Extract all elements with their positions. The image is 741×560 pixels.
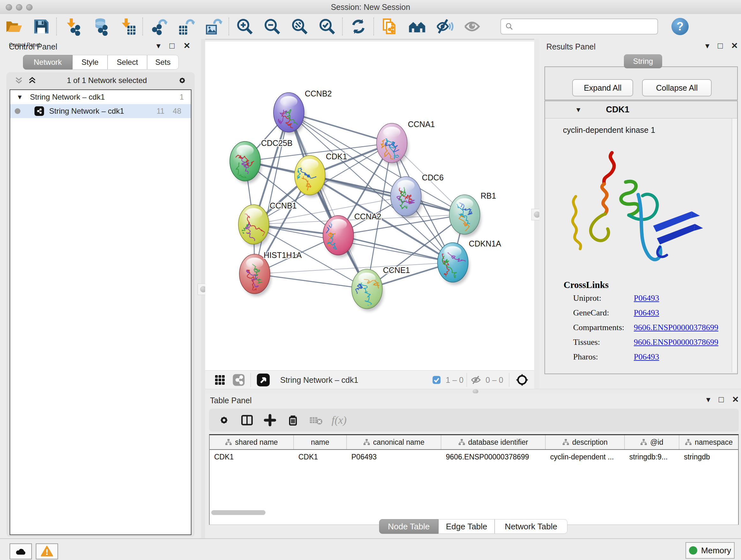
warning-status-button[interactable] <box>36 543 58 559</box>
right-splitter[interactable] <box>534 39 539 389</box>
help-button[interactable]: ? <box>671 18 689 35</box>
node-CCNA2[interactable] <box>323 215 355 258</box>
expander-icon[interactable]: ▼ <box>17 94 23 101</box>
collapse-entry-icon[interactable]: ▼ <box>575 106 582 114</box>
expand-all-icon[interactable] <box>27 76 37 85</box>
open-session-button[interactable] <box>0 15 27 38</box>
float-panel-icon[interactable]: ▾ <box>705 42 710 50</box>
import-table-file-button[interactable] <box>114 15 141 38</box>
results-scrollbar[interactable] <box>732 118 737 372</box>
fit-selected-crosshair-icon[interactable] <box>515 373 529 387</box>
network-collection-row[interactable]: ▼ String Network – cdk1 1 <box>10 90 191 104</box>
show-panels-button[interactable] <box>458 15 486 38</box>
node-CCNE1[interactable] <box>352 269 384 311</box>
crosslink-link[interactable]: P06493 <box>634 352 659 362</box>
table-row[interactable]: CDK1CDK1P064939606.ENSP00000378699cyclin… <box>210 450 738 464</box>
column-header-database-identifier[interactable]: database identifier <box>441 435 546 449</box>
node-CCNA1[interactable] <box>377 123 408 165</box>
selected-checkbox-icon[interactable] <box>432 375 441 385</box>
save-session-button[interactable] <box>27 15 55 38</box>
crosslink-link[interactable]: P06493 <box>634 308 659 318</box>
node-CDC6[interactable] <box>391 177 422 219</box>
home-panel-button[interactable] <box>403 15 431 38</box>
show-columns-button[interactable] <box>240 413 254 428</box>
crosslink-link[interactable]: P06493 <box>634 294 659 303</box>
network-canvas[interactable]: CCNB2CCNA1CDC25BCDK1CDC6RB1CCNB1CCNA2HIS… <box>205 42 534 370</box>
float-panel-icon[interactable]: ▾ <box>706 395 711 403</box>
first-neighbors-button[interactable] <box>345 15 372 38</box>
table-cell[interactable]: P06493 <box>347 450 441 464</box>
tab-sets[interactable]: Sets <box>147 55 179 70</box>
delete-table-button[interactable] <box>309 413 323 428</box>
edge-CCNB2-CCNE1[interactable] <box>289 112 367 289</box>
export-table-button[interactable] <box>172 15 200 38</box>
clone-network-button[interactable] <box>376 15 403 38</box>
export-image-button[interactable] <box>200 15 227 38</box>
tab-select[interactable]: Select <box>108 55 147 70</box>
edge-CCNA2-CDKN1A[interactable] <box>338 235 453 262</box>
add-column-button[interactable] <box>263 413 277 428</box>
edge-HIST1H1A-CCNE1[interactable] <box>255 274 367 289</box>
table-cell[interactable]: stringdb <box>679 450 739 464</box>
entry-header[interactable]: ▼ CDK1 <box>545 101 737 118</box>
hide-panels-button[interactable] <box>431 15 458 38</box>
network-graph[interactable]: CCNB2CCNA1CDC25BCDK1CDC6RB1CCNB1CCNA2HIS… <box>205 42 534 370</box>
float-panel-icon[interactable]: ▾ <box>156 42 160 50</box>
horizontal-splitter-handle[interactable] <box>473 389 478 394</box>
table-settings-button[interactable] <box>217 413 231 428</box>
network-view-icon[interactable] <box>232 373 246 387</box>
node-CDK1[interactable] <box>294 155 327 198</box>
undock-panel-icon[interactable]: □ <box>719 395 724 403</box>
close-panel-icon[interactable]: ✕ <box>731 42 738 50</box>
tab-network-table[interactable]: Network Table <box>495 519 567 534</box>
hidden-eye-slash-icon[interactable] <box>470 374 482 386</box>
column-header-description[interactable]: description <box>546 435 625 449</box>
node-CCNB1[interactable] <box>239 205 270 247</box>
tab-network[interactable]: Network <box>23 55 72 70</box>
column-header-namespace[interactable]: namespace <box>679 435 739 449</box>
table-cell[interactable]: CDK1 <box>294 450 347 464</box>
close-panel-icon[interactable]: ✕ <box>732 395 739 403</box>
expand-all-button[interactable]: Expand All <box>572 79 633 97</box>
zoom-in-button[interactable] <box>231 15 259 38</box>
edge-CCNB2-HIST1H1A[interactable] <box>255 112 289 274</box>
memory-button[interactable]: Memory <box>685 542 735 559</box>
column-header--id[interactable]: @id <box>625 435 679 449</box>
import-network-database-button[interactable] <box>86 15 114 38</box>
table-cell[interactable]: CDK1 <box>210 450 294 464</box>
zoom-fit-button[interactable] <box>286 15 313 38</box>
tab-edge-table[interactable]: Edge Table <box>439 519 495 534</box>
table-horizontal-scrollbar[interactable] <box>211 510 266 515</box>
zoom-selected-button[interactable] <box>313 15 341 38</box>
close-panel-icon[interactable]: ✕ <box>184 42 191 50</box>
collapse-all-button[interactable]: Collapse All <box>642 79 712 97</box>
cloud-status-button[interactable] <box>10 543 32 559</box>
tab-string[interactable]: String <box>624 54 662 68</box>
export-network-button[interactable] <box>145 15 172 38</box>
navigator-icon[interactable] <box>256 373 271 387</box>
table-cell[interactable]: stringdb:9... <box>625 450 679 464</box>
undock-panel-icon[interactable]: □ <box>170 42 175 50</box>
zoom-out-button[interactable] <box>259 15 286 38</box>
delete-column-button[interactable] <box>286 413 300 428</box>
network-row[interactable]: String Network – cdk1 11 48 <box>10 104 191 118</box>
column-header-shared-name[interactable]: shared name <box>210 435 294 449</box>
crosslink-link[interactable]: 9606.ENSP00000378699 <box>634 337 718 347</box>
horizontal-splitter[interactable] <box>205 389 741 394</box>
function-builder-button[interactable]: f(x) <box>332 413 347 428</box>
tab-style[interactable]: Style <box>72 55 108 70</box>
table-cell[interactable]: 9606.ENSP00000378699 <box>441 450 546 464</box>
table-cell[interactable]: cyclin-dependent ... <box>546 450 625 464</box>
grid-view-icon[interactable] <box>213 374 226 386</box>
left-splitter[interactable] <box>201 39 205 538</box>
node-CCNB2[interactable] <box>273 92 306 135</box>
crosslink-link[interactable]: 9606.ENSP00000378699 <box>634 323 718 332</box>
search-box[interactable] <box>500 18 658 35</box>
undock-panel-icon[interactable]: □ <box>718 42 723 50</box>
column-header-canonical-name[interactable]: canonical name <box>347 435 441 449</box>
node-CDKN1A[interactable] <box>437 243 471 285</box>
tab-node-table[interactable]: Node Table <box>379 519 439 534</box>
node-HIST1H1A[interactable] <box>239 254 271 296</box>
node-table[interactable]: shared namenamecanonical namedatabase id… <box>209 434 739 525</box>
node-RB1[interactable] <box>449 195 481 237</box>
